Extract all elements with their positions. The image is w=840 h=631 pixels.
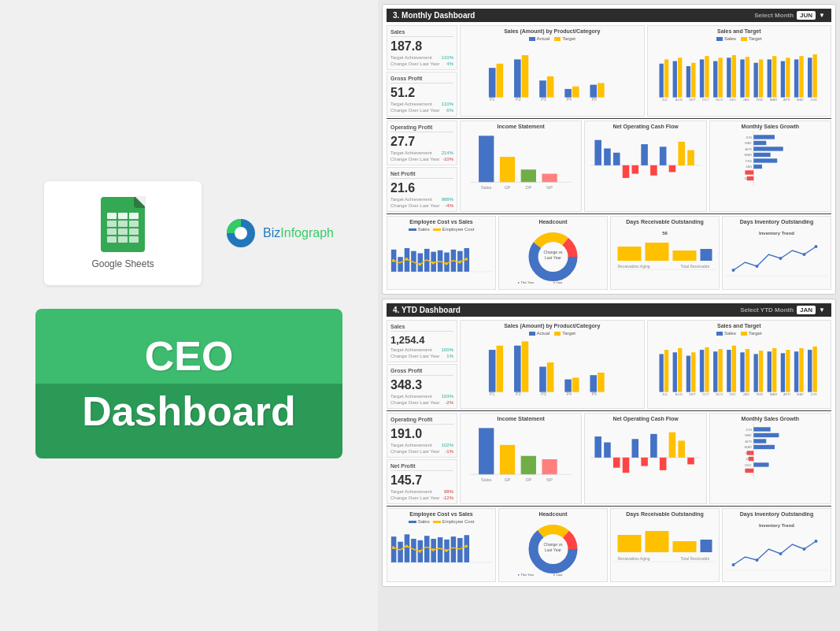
svg-rect-70 xyxy=(660,147,667,165)
svg-rect-38 xyxy=(718,58,722,97)
svg-rect-123 xyxy=(646,243,669,261)
monthly-gp-card: Gross Profit 51.2 Target Achievement 110… xyxy=(387,72,457,117)
google-sheets-label: Google Sheets xyxy=(91,258,154,269)
svg-rect-42 xyxy=(745,57,749,97)
ytd-gp-value: 348.3 xyxy=(390,378,453,392)
svg-point-130 xyxy=(732,269,735,272)
ytd-receivable-svg: Receivables Aging Total Receivable xyxy=(613,519,716,578)
svg-rect-43 xyxy=(753,63,757,98)
monthly-sales-target-title: Sales and Target xyxy=(650,28,829,34)
svg-rect-73 xyxy=(688,150,695,165)
branding-row: Google Sheets BizInfograph xyxy=(44,173,334,293)
svg-text:P2: P2 xyxy=(516,97,521,102)
svg-text:Inventory Trend: Inventory Trend xyxy=(759,523,794,528)
svg-rect-78 xyxy=(753,153,770,157)
svg-rect-49 xyxy=(794,59,797,97)
right-panel[interactable]: 3. Monthly Dashboard Select Month JUN ▼ … xyxy=(378,0,840,631)
ytd-op-card: Operating Profit 191.0 Target Achievemen… xyxy=(387,413,457,458)
ytd-product-title: Sales (Amount) by Product/Category xyxy=(463,323,642,328)
ytd-dropdown-arrow[interactable]: ▼ xyxy=(819,306,825,314)
monthly-sales-title: Sales xyxy=(390,29,453,37)
svg-text:DEC: DEC xyxy=(729,392,736,396)
ytd-bottom-grid: Employee Cost vs Sales Sales Employee Co… xyxy=(387,508,831,582)
svg-rect-47 xyxy=(780,61,784,98)
svg-rect-256 xyxy=(673,541,697,552)
ytd-divider1 xyxy=(387,410,831,411)
svg-rect-143 xyxy=(572,377,579,392)
svg-text:JUL: JUL xyxy=(661,392,668,396)
svg-text:JAN: JAN xyxy=(746,457,752,461)
svg-rect-80 xyxy=(753,165,762,169)
svg-rect-175 xyxy=(740,352,744,392)
monthly-gp-title: Gross Profit xyxy=(390,76,453,84)
svg-rect-235 xyxy=(451,536,457,562)
monthly-np-value: 21.6 xyxy=(390,181,453,195)
svg-rect-44 xyxy=(758,59,762,97)
ytd-sales-title: Sales xyxy=(390,324,453,332)
svg-rect-36 xyxy=(705,56,709,98)
svg-text:MAR: MAR xyxy=(744,445,751,449)
svg-text:OP: OP xyxy=(525,185,531,190)
monthly-headcount-title: Headcount xyxy=(501,219,605,225)
svg-text:DEC: DEC xyxy=(745,463,752,467)
svg-rect-68 xyxy=(642,144,649,165)
svg-rect-181 xyxy=(780,353,784,392)
monthly-product-chart: Sales (Amount) by Product/Category Actua… xyxy=(460,25,645,117)
ytd-mid-grid: Operating Profit 191.0 Target Achievemen… xyxy=(387,413,831,504)
svg-rect-53 xyxy=(479,135,494,182)
svg-text:Last: Last xyxy=(557,280,563,284)
svg-point-263 xyxy=(756,559,759,562)
svg-text:MAY: MAY xyxy=(797,392,804,396)
svg-rect-66 xyxy=(623,165,630,178)
svg-rect-257 xyxy=(701,540,712,552)
svg-text:●: ● xyxy=(518,280,520,284)
svg-rect-46 xyxy=(772,56,776,98)
svg-rect-55 xyxy=(521,169,536,182)
svg-rect-205 xyxy=(669,432,676,458)
svg-point-105 xyxy=(405,258,409,261)
svg-rect-7 xyxy=(547,76,554,98)
monthly-receivable-svg: 56 Receivables Aging Total Receivable xyxy=(613,227,716,286)
svg-text:Sales: Sales xyxy=(481,185,492,190)
svg-rect-188 xyxy=(500,445,515,475)
monthly-select-value[interactable]: JUN xyxy=(797,11,816,20)
ytd-metrics-col: Sales 1,254.4 Target Achievement 100% Ch… xyxy=(387,320,457,409)
svg-text:P4: P4 xyxy=(566,392,572,396)
svg-rect-142 xyxy=(564,380,572,392)
biz-logo-icon xyxy=(225,217,257,249)
svg-text:NOV: NOV xyxy=(744,469,751,473)
svg-rect-45 xyxy=(767,59,771,97)
svg-rect-9 xyxy=(572,87,579,98)
svg-text:Last Year: Last Year xyxy=(545,255,561,260)
svg-point-240 xyxy=(418,550,421,553)
info-text: Infograph xyxy=(280,226,334,239)
svg-rect-65 xyxy=(613,153,620,165)
ytd-metrics-col2: Operating Profit 191.0 Target Achievemen… xyxy=(387,413,457,504)
svg-text:MAR: MAR xyxy=(769,98,776,102)
ytd-top-grid: Sales 1,254.4 Target Achievement 100% Ch… xyxy=(387,320,831,409)
monthly-income-title: Income Statement xyxy=(463,124,579,129)
monthly-cashflow-svg xyxy=(587,132,703,191)
ytd-divider2 xyxy=(387,506,831,507)
svg-text:P1: P1 xyxy=(490,97,495,102)
svg-text:APR: APR xyxy=(783,98,790,102)
ytd-st-chart: Sales and Target Sales Target JULAUG SEP… xyxy=(647,320,832,409)
svg-text:MAY: MAY xyxy=(745,433,752,437)
svg-text:FEB: FEB xyxy=(745,159,751,163)
ytd-select-label: Select YTD Month xyxy=(740,306,794,314)
ytd-select-value[interactable]: JAN xyxy=(797,306,816,314)
ytd-controls: Select YTD Month JAN ▼ xyxy=(740,306,825,314)
ceo-title: CEO xyxy=(145,332,234,380)
ytd-product-chart: Sales (Amount) by Product/Category Actua… xyxy=(460,320,645,409)
monthly-growth-svg: JUN MAY APR MAR FEB JAN DEC NOV xyxy=(712,132,828,191)
svg-rect-31 xyxy=(672,61,676,98)
svg-text:JUL: JUL xyxy=(661,98,668,102)
svg-text:56: 56 xyxy=(662,231,668,236)
svg-text:Change vs: Change vs xyxy=(544,250,563,254)
svg-text:NOV: NOV xyxy=(744,176,751,180)
svg-rect-93 xyxy=(398,257,403,272)
svg-rect-10 xyxy=(590,85,597,98)
svg-rect-140 xyxy=(539,367,546,392)
monthly-dropdown-arrow[interactable]: ▼ xyxy=(819,12,825,19)
svg-text:MAR: MAR xyxy=(744,153,751,157)
